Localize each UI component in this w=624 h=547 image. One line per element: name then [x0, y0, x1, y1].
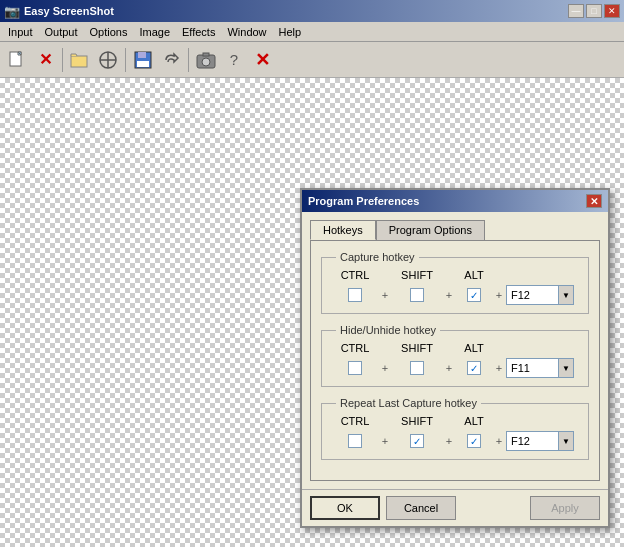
hide-shift-cell [392, 361, 442, 375]
dialog-footer: OK Cancel Apply [302, 489, 608, 526]
capture-shift-cell [392, 288, 442, 302]
repeat-ctrl-cell [332, 434, 378, 448]
capture-plus-alt: + [492, 289, 506, 301]
title-bar-buttons: — □ ✕ [568, 4, 620, 18]
svg-rect-7 [138, 52, 146, 58]
dialog-title-bar: Program Preferences ✕ [302, 190, 608, 212]
hide-fkey-arrow[interactable]: ▼ [559, 358, 574, 378]
toolbar-sep-3 [188, 48, 189, 72]
capture-hotkey-legend: Capture hotkey [336, 251, 419, 263]
minimize-button[interactable]: — [568, 4, 584, 18]
capture-ctrl-label: CTRL [332, 269, 378, 281]
toolbar-save-button[interactable] [130, 47, 156, 73]
hide-alt-label: ALT [456, 342, 492, 354]
hide-hotkey-group: Hide/Unhide hotkey CTRL SHIFT ALT [321, 324, 589, 387]
menu-options[interactable]: Options [84, 24, 134, 40]
repeat-alt-cell [456, 434, 492, 448]
toolbar-undo-button[interactable] [158, 47, 184, 73]
hide-ctrl-label: CTRL [332, 342, 378, 354]
toolbar-open-button[interactable] [67, 47, 93, 73]
repeat-shift-cell [392, 434, 442, 448]
repeat-shift-label: SHIFT [392, 415, 442, 427]
toolbar-help-button[interactable]: ? [221, 47, 247, 73]
hide-alt-checkbox[interactable] [467, 361, 481, 375]
menu-effects[interactable]: Effects [176, 24, 221, 40]
dialog-overlay: Program Preferences ✕ Hotkeys Program Op… [0, 78, 624, 547]
svg-point-10 [202, 58, 210, 66]
program-preferences-dialog: Program Preferences ✕ Hotkeys Program Op… [300, 188, 610, 528]
dialog-close-button[interactable]: ✕ [586, 194, 602, 208]
toolbar-stop-button[interactable]: ✕ [249, 47, 275, 73]
toolbar-new-button[interactable] [4, 47, 30, 73]
repeat-hotkey-legend: Repeat Last Capture hotkey [336, 397, 481, 409]
hide-col-labels: CTRL SHIFT ALT [332, 342, 578, 354]
capture-fkey-container: F12 ▼ [506, 285, 574, 305]
repeat-col-labels: CTRL SHIFT ALT [332, 415, 578, 427]
capture-hotkey-group: Capture hotkey CTRL SHIFT ALT [321, 251, 589, 314]
repeat-fkey-container: F12 ▼ [506, 431, 574, 451]
svg-rect-8 [137, 61, 149, 67]
app-icon: 📷 [4, 4, 20, 19]
menu-input[interactable]: Input [2, 24, 38, 40]
window-close-button[interactable]: ✕ [604, 4, 620, 18]
hide-shift-label: SHIFT [392, 342, 442, 354]
repeat-plus-shift: + [442, 435, 456, 447]
repeat-alt-checkbox[interactable] [467, 434, 481, 448]
hide-ctrl-checkbox[interactable] [348, 361, 362, 375]
capture-plus-ctrl: + [378, 289, 392, 301]
hide-hotkey-legend: Hide/Unhide hotkey [336, 324, 440, 336]
repeat-controls-row: + + + F12 ▼ [332, 431, 578, 451]
capture-alt-checkbox[interactable] [467, 288, 481, 302]
toolbar-sep-2 [125, 48, 126, 72]
hide-fkey-display[interactable]: F11 [506, 358, 559, 378]
capture-fkey-arrow[interactable]: ▼ [559, 285, 574, 305]
ok-button[interactable]: OK [310, 496, 380, 520]
repeat-ctrl-label: CTRL [332, 415, 378, 427]
apply-button[interactable]: Apply [530, 496, 600, 520]
capture-ctrl-checkbox[interactable] [348, 288, 362, 302]
repeat-fkey-arrow[interactable]: ▼ [559, 431, 574, 451]
tab-program-options[interactable]: Program Options [376, 220, 485, 240]
menu-help[interactable]: Help [273, 24, 308, 40]
repeat-hotkey-group: Repeat Last Capture hotkey CTRL SHIFT AL… [321, 397, 589, 460]
hide-alt-cell [456, 361, 492, 375]
capture-col-labels: CTRL SHIFT ALT [332, 269, 578, 281]
menu-image[interactable]: Image [133, 24, 176, 40]
title-bar: 📷 Easy ScreenShot — □ ✕ [0, 0, 624, 22]
menu-window[interactable]: Window [221, 24, 272, 40]
dialog-content: Hotkeys Program Options Capture hotkey C… [302, 212, 608, 489]
app-title: Easy ScreenShot [24, 5, 564, 17]
hide-plus-ctrl: + [378, 362, 392, 374]
capture-shift-checkbox[interactable] [410, 288, 424, 302]
menu-bar: Input Output Options Image Effects Windo… [0, 22, 624, 42]
repeat-plus-alt: + [492, 435, 506, 447]
hide-plus-shift: + [442, 362, 456, 374]
hide-plus-alt: + [492, 362, 506, 374]
toolbar-camera-button[interactable] [193, 47, 219, 73]
capture-shift-label: SHIFT [392, 269, 442, 281]
toolbar-sep-1 [62, 48, 63, 72]
cancel-button[interactable]: Cancel [386, 496, 456, 520]
capture-ctrl-cell [332, 288, 378, 302]
capture-fkey-display[interactable]: F12 [506, 285, 559, 305]
hide-controls-row: + + + F11 ▼ [332, 358, 578, 378]
repeat-plus-ctrl: + [378, 435, 392, 447]
hide-ctrl-cell [332, 361, 378, 375]
tab-bar: Hotkeys Program Options [310, 220, 600, 240]
svg-rect-2 [71, 56, 87, 67]
repeat-fkey-display[interactable]: F12 [506, 431, 559, 451]
toolbar: ✕ ? ✕ [0, 42, 624, 78]
capture-controls-row: + + + F12 ▼ [332, 285, 578, 305]
toolbar-capture-button[interactable] [95, 47, 121, 73]
tab-panel-hotkeys: Capture hotkey CTRL SHIFT ALT [310, 240, 600, 481]
tab-hotkeys[interactable]: Hotkeys [310, 220, 376, 240]
toolbar-close-button[interactable]: ✕ [32, 47, 58, 73]
maximize-button[interactable]: □ [586, 4, 602, 18]
hide-shift-checkbox[interactable] [410, 361, 424, 375]
capture-alt-cell [456, 288, 492, 302]
menu-output[interactable]: Output [38, 24, 83, 40]
repeat-shift-checkbox[interactable] [410, 434, 424, 448]
svg-rect-11 [203, 53, 209, 56]
dialog-title: Program Preferences [308, 195, 586, 207]
repeat-ctrl-checkbox[interactable] [348, 434, 362, 448]
